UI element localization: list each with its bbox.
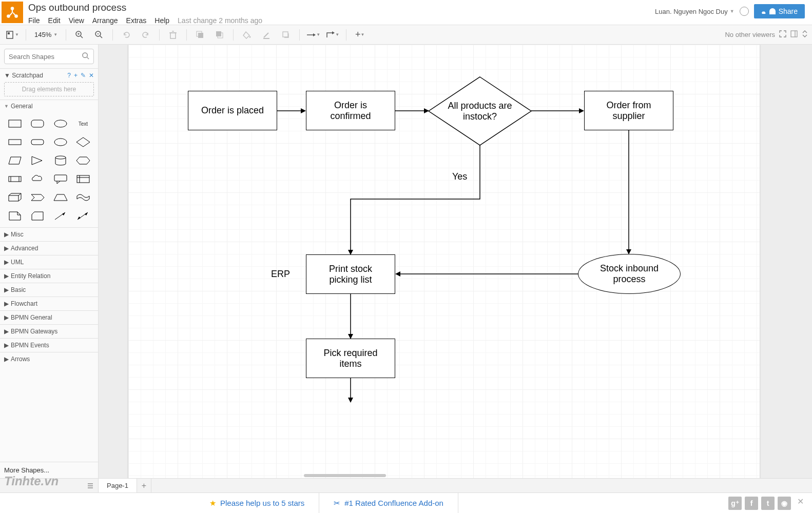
section-bpmn-general[interactable]: ▶BPMN General	[0, 310, 98, 324]
globe-icon[interactable]	[740, 7, 749, 16]
facebook-icon[interactable]: f	[745, 497, 758, 510]
node-order-placed[interactable]: Order is placed	[188, 91, 277, 130]
edge-inbound-print[interactable]	[395, 270, 578, 278]
menu-view[interactable]: View	[69, 16, 84, 25]
edge-1[interactable]	[277, 107, 306, 114]
canvas-area[interactable]: Order is placed Order is confirmed All p…	[99, 45, 812, 478]
scissors-icon: ✂	[334, 499, 340, 508]
shape-text[interactable]: Text	[72, 115, 94, 132]
shape-callout[interactable]	[50, 171, 71, 187]
svg-rect-20	[263, 38, 269, 39]
shape-ellipse2[interactable]	[50, 134, 71, 150]
section-arrows[interactable]: ▶Arrows	[0, 352, 98, 366]
menu-arrange[interactable]: Arrange	[92, 16, 118, 25]
page-setup-icon[interactable]: ▼	[4, 28, 21, 42]
section-entity-relation[interactable]: ▶Entity Relation	[0, 269, 98, 283]
shape-arrow-line[interactable]	[50, 208, 71, 224]
horizontal-scrollbar[interactable]	[304, 474, 386, 477]
scratchpad-add-icon[interactable]: +	[74, 72, 78, 79]
connection-icon[interactable]: ▼	[305, 28, 321, 42]
shape-parallelogram[interactable]	[4, 152, 26, 169]
edge-3[interactable]	[531, 107, 584, 114]
shape-rounded-rect[interactable]	[27, 115, 48, 132]
section-bpmn-events[interactable]: ▶BPMN Events	[0, 338, 98, 352]
node-pick-items[interactable]: Pick required items	[306, 339, 395, 378]
svg-point-19	[249, 36, 251, 37]
menu-extras[interactable]: Extras	[126, 16, 147, 25]
section-general[interactable]: ▼General	[0, 100, 98, 112]
shape-ellipse[interactable]	[50, 115, 71, 132]
section-basic[interactable]: ▶Basic	[0, 283, 98, 297]
scratchpad-edit-icon[interactable]: ✎	[81, 72, 86, 79]
share-button[interactable]: Share	[754, 4, 805, 18]
menu-help[interactable]: Help	[154, 16, 169, 25]
google-plus-icon[interactable]: g⁺	[728, 497, 742, 510]
edge-2[interactable]	[395, 107, 429, 114]
shape-step[interactable]	[27, 189, 48, 206]
shape-process[interactable]	[4, 171, 26, 187]
shadow-icon[interactable]	[278, 28, 294, 42]
fullscreen-icon[interactable]	[779, 30, 786, 39]
github-icon[interactable]: ◉	[778, 497, 791, 510]
edge-supplier-inbound[interactable]	[625, 130, 632, 254]
section-flowchart[interactable]: ▶Flowchart	[0, 297, 98, 310]
node-order-confirmed[interactable]: Order is confirmed	[306, 91, 395, 130]
insert-icon[interactable]: +▼	[352, 28, 368, 42]
promo-confluence[interactable]: ✂ #1 Rated Confluence Add-on	[319, 493, 458, 513]
node-instock-decision[interactable]: All products are instock?	[429, 77, 531, 145]
line-color-icon[interactable]	[258, 28, 275, 42]
zoom-level[interactable]: 145% ▼	[31, 31, 61, 38]
scratchpad-dropzone[interactable]: Drag elements here	[4, 82, 94, 96]
zoom-out-icon[interactable]	[91, 28, 107, 42]
format-panel-icon[interactable]	[790, 30, 798, 39]
close-promo-icon[interactable]: ✕	[794, 497, 807, 510]
section-bpmn-gateways[interactable]: ▶BPMN Gateways	[0, 324, 98, 338]
shape-rhombus[interactable]	[72, 134, 94, 150]
shape-note[interactable]	[4, 208, 26, 224]
shape-bidir-arrow[interactable]	[72, 208, 94, 224]
collapse-icon[interactable]	[802, 30, 808, 39]
shape-internal-storage[interactable]	[72, 171, 94, 187]
chevron-down-icon[interactable]: ▼	[4, 72, 10, 79]
shape-cylinder[interactable]	[50, 152, 71, 169]
app-logo[interactable]	[2, 2, 23, 23]
shape-hexagon[interactable]	[72, 152, 94, 169]
shape-rect2[interactable]	[4, 134, 26, 150]
section-uml[interactable]: ▶UML	[0, 255, 98, 269]
undo-icon[interactable]	[118, 28, 134, 42]
section-advanced[interactable]: ▶Advanced	[0, 241, 98, 255]
search-shapes-input[interactable]	[4, 49, 94, 64]
zoom-in-icon[interactable]	[71, 28, 88, 42]
edge-print-pick[interactable]	[347, 294, 354, 339]
page-tab-1[interactable]: Page-1	[99, 479, 137, 492]
shape-cloud[interactable]	[27, 171, 48, 187]
scratchpad-close-icon[interactable]: ✕	[89, 72, 94, 79]
user-name[interactable]: Luan. Nguyen Ngoc Duy ▼	[655, 8, 734, 15]
node-inbound-process[interactable]: Stock inbound process	[578, 254, 681, 294]
to-back-icon[interactable]	[211, 28, 228, 42]
waypoint-icon[interactable]: ▼	[324, 28, 341, 42]
scratchpad-help-icon[interactable]: ?	[67, 72, 71, 79]
redo-icon[interactable]	[138, 28, 154, 42]
delete-icon[interactable]	[165, 28, 181, 42]
section-misc[interactable]: ▶Misc	[0, 227, 98, 241]
shape-card[interactable]	[27, 208, 48, 224]
promo-five-stars[interactable]: ★ Please help us to 5 stars	[195, 493, 319, 513]
shape-triangle[interactable]	[27, 152, 48, 169]
node-order-supplier[interactable]: Order from supplier	[584, 91, 673, 130]
fill-color-icon[interactable]	[239, 28, 255, 42]
shape-rounded-rect2[interactable]	[27, 134, 48, 150]
edge-pick-down[interactable]	[347, 378, 354, 403]
shape-cube[interactable]	[4, 189, 26, 206]
shape-trapezoid[interactable]	[50, 189, 71, 206]
shape-rect[interactable]	[4, 115, 26, 132]
shape-tape[interactable]	[72, 189, 94, 206]
node-print-list[interactable]: Print stock picking list	[306, 254, 395, 294]
to-front-icon[interactable]	[192, 28, 208, 42]
menu-edit[interactable]: Edit	[48, 16, 61, 25]
add-page-tab[interactable]: +	[137, 479, 151, 492]
document-title[interactable]: Ops outbound process	[25, 2, 655, 13]
edge-yes[interactable]	[347, 145, 484, 255]
twitter-icon[interactable]: t	[761, 497, 775, 510]
menu-file[interactable]: File	[28, 16, 40, 25]
